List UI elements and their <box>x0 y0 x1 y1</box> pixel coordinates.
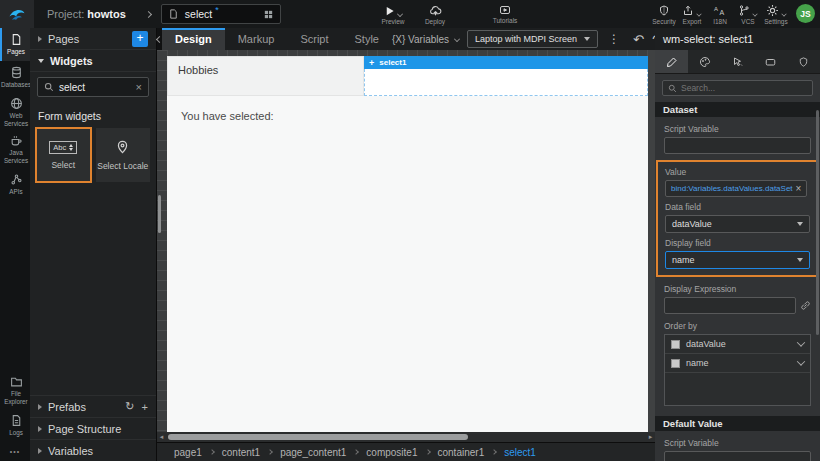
user-avatar[interactable]: JS <box>796 4 815 23</box>
script-variable-input[interactable] <box>664 137 811 154</box>
security-button[interactable]: Security <box>650 0 678 28</box>
refresh-icon[interactable]: ↻ <box>125 400 134 413</box>
prefabs-section-header[interactable]: Prefabs ↻ + <box>30 395 156 417</box>
properties-panel-scrollbar[interactable] <box>816 110 819 335</box>
left-icon-rail: Pages Databases Web Services Java Servic… <box>0 28 30 461</box>
breadcrumb-content1[interactable]: content1 <box>222 447 260 458</box>
default-value-section-header[interactable]: Default Value <box>655 416 820 431</box>
properties-search-box[interactable] <box>662 80 813 96</box>
tab-properties[interactable] <box>655 50 688 73</box>
rail-item-logs[interactable]: Logs <box>0 409 30 442</box>
breadcrumb-select1[interactable]: select1 <box>504 447 536 458</box>
rail-item-pages[interactable]: Pages <box>0 28 30 61</box>
hobbies-field-label[interactable]: Hobbies <box>167 56 364 96</box>
display-field-select[interactable]: name <box>665 251 810 269</box>
kebab-menu-icon[interactable]: ⋮ <box>605 32 623 46</box>
tab-events[interactable] <box>721 50 754 73</box>
scroll-left-icon[interactable]: ◂ <box>157 432 166 442</box>
device-selector[interactable]: Laptop with MDPI Screen <box>467 30 598 48</box>
tab-design[interactable]: Design <box>162 28 225 50</box>
export-label: Export <box>683 18 702 25</box>
tab-style[interactable]: Style <box>342 28 392 50</box>
rail-item-databases[interactable]: Databases <box>0 61 30 94</box>
canvas-toolbar: Design Markup Script Style {X} Variables… <box>157 28 655 50</box>
chevron-down-icon[interactable] <box>797 338 805 346</box>
palette-icon <box>699 56 711 68</box>
vcs-button[interactable]: VCS <box>734 0 762 28</box>
clear-value-icon[interactable]: × <box>796 183 802 194</box>
display-expression-label: Display Expression <box>664 284 811 294</box>
variables-section-header[interactable]: Variables <box>30 439 156 461</box>
deploy-button[interactable]: Deploy <box>412 0 458 28</box>
scrollbar-track[interactable] <box>166 432 646 442</box>
select1-widget-body[interactable] <box>364 69 648 96</box>
tab-script[interactable]: Script <box>287 28 341 50</box>
canvas-vertical-scrollbar[interactable] <box>158 195 161 233</box>
scroll-right-icon[interactable]: ▸ <box>646 432 655 442</box>
select1-widget[interactable]: + select1 <box>364 56 648 96</box>
variables-menu[interactable]: {X} Variables <box>392 34 460 45</box>
widget-tile-select-locale[interactable]: Select Locale <box>96 128 151 182</box>
checkbox[interactable] <box>671 359 680 368</box>
order-by-listbox: dataValue name <box>664 334 811 406</box>
chevron-right-icon <box>38 36 42 42</box>
default-script-variable-input[interactable] <box>664 451 811 461</box>
data-field-select[interactable]: dataValue <box>665 215 810 233</box>
widget-search-box[interactable]: × <box>37 77 149 97</box>
order-by-row-name[interactable]: name <box>665 354 810 373</box>
bind-link-icon[interactable] <box>800 300 811 311</box>
tab-styles[interactable] <box>688 50 721 73</box>
preview-button[interactable]: Preview <box>370 0 416 28</box>
breadcrumb-page-content1[interactable]: page_content1 <box>280 447 346 458</box>
display-field-label: Display field <box>665 238 810 248</box>
properties-search-input[interactable] <box>681 83 807 93</box>
export-button[interactable]: Export <box>678 0 706 28</box>
breadcrumb-container1[interactable]: container1 <box>438 447 485 458</box>
tutorials-button[interactable]: Tutorials <box>482 0 528 28</box>
value-input[interactable]: bind:Variables.dataValues.dataSet × <box>665 180 807 197</box>
grid-icon[interactable] <box>263 9 274 20</box>
wavemaker-logo[interactable] <box>0 0 34 28</box>
more-icon[interactable]: ••• <box>0 442 30 461</box>
pages-section-header[interactable]: Pages + <box>30 28 156 50</box>
add-page-button[interactable]: + <box>132 31 148 47</box>
display-field-value: name <box>672 255 695 265</box>
rail-item-web-services[interactable]: Web Services <box>0 94 30 131</box>
rail-item-file-explorer[interactable]: File Explorer <box>0 372 30 409</box>
dataset-section-header[interactable]: Dataset <box>655 102 820 117</box>
add-prefab-icon[interactable]: + <box>142 401 148 413</box>
select1-widget-tag[interactable]: + select1 <box>364 56 648 69</box>
i18n-button[interactable]: A A I18N <box>706 0 734 28</box>
breadcrumb-separator <box>209 449 215 455</box>
canvas-horizontal-scrollbar[interactable]: ◂ ▸ <box>157 432 655 442</box>
rail-item-java-services[interactable]: Java Services <box>0 131 30 168</box>
widget-tile-select[interactable]: Abc Select <box>36 128 91 182</box>
widget-search-input[interactable] <box>59 82 131 93</box>
order-by-option-label: dataValue <box>686 339 726 349</box>
breadcrumb-composite1[interactable]: composite1 <box>366 447 417 458</box>
order-by-row-datavalue[interactable]: dataValue <box>665 335 810 354</box>
chevron-down-icon[interactable] <box>797 357 805 365</box>
display-expression-input[interactable] <box>664 297 796 314</box>
clear-search-icon[interactable]: × <box>136 81 142 93</box>
tab-markup[interactable]: Markup <box>225 28 288 50</box>
settings-button[interactable]: Settings <box>762 0 790 28</box>
page-structure-section-header[interactable]: Page Structure <box>30 417 156 439</box>
page-selector[interactable]: select * <box>161 4 281 24</box>
value-label: Value <box>665 167 810 177</box>
scrollbar-thumb[interactable] <box>168 434 468 440</box>
tab-security[interactable] <box>787 50 820 73</box>
rail-item-apis[interactable]: APIs <box>0 167 30 200</box>
translate-icon: A A <box>713 4 727 17</box>
widgets-section-header[interactable]: Widgets <box>30 50 156 72</box>
dropdown-arrow-icon <box>584 37 590 41</box>
prefabs-label: Prefabs <box>48 401 86 413</box>
tutorials-label: Tutorials <box>493 17 518 24</box>
checkbox[interactable] <box>671 340 680 349</box>
export-icon <box>682 4 694 17</box>
tab-device[interactable] <box>754 50 787 73</box>
chevron-down-icon <box>696 11 701 16</box>
design-canvas: Hobbies + select1 You have selected: <box>157 50 655 432</box>
breadcrumb-page1[interactable]: page1 <box>174 447 202 458</box>
undo-button[interactable]: ↶ <box>629 32 648 47</box>
